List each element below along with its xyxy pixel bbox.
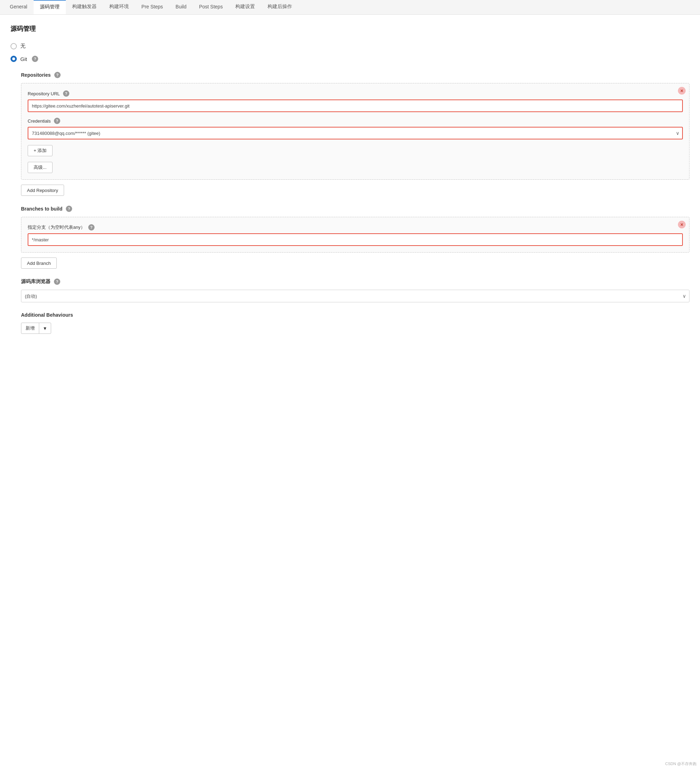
repo-url-help-icon[interactable]: ? xyxy=(63,91,70,97)
credentials-select[interactable]: 731480088@qq.com/****** (gitee) xyxy=(27,127,683,139)
git-section: Repositories ? × Repository URL ? Creden… xyxy=(11,72,689,334)
repo-url-label: Repository URL ? xyxy=(27,91,683,97)
repositories-help-icon[interactable]: ? xyxy=(54,72,61,78)
repository-container: × Repository URL ? Credentials ? 731480 xyxy=(21,83,689,180)
add-branch-wrapper: Add Branch xyxy=(21,257,689,269)
repository-close-button[interactable]: × xyxy=(678,87,685,95)
advanced-button[interactable]: 高级... xyxy=(27,162,53,173)
branches-section-label: Branches to build ? xyxy=(21,205,689,212)
repo-url-field-group: Repository URL ? xyxy=(27,91,683,112)
tab-poststeps[interactable]: Post Steps xyxy=(192,0,229,15)
source-browser-select-wrapper: (自动) ∨ xyxy=(21,290,689,302)
branches-section: Branches to build ? × 指定分支（为空时代表any） ? A… xyxy=(21,205,689,269)
close-icon: × xyxy=(681,88,683,94)
add-branch-button[interactable]: Add Branch xyxy=(21,257,57,269)
branch-specifier-label-text: 指定分支（为空时代表any） xyxy=(27,224,85,231)
git-help-icon[interactable]: ? xyxy=(32,56,38,62)
new-button-main[interactable]: 新增 xyxy=(21,323,39,333)
new-button-arrow[interactable]: ▼ xyxy=(39,323,51,333)
add-credentials-button[interactable]: + 添加 xyxy=(27,145,53,156)
radio-group: 无 Git ? xyxy=(11,43,689,62)
branches-help-icon[interactable]: ? xyxy=(66,205,72,212)
branch-specifier-help-icon[interactable]: ? xyxy=(88,224,95,231)
credentials-label: Credentials ? xyxy=(27,118,683,124)
tab-settings[interactable]: 构建设置 xyxy=(229,0,261,15)
branch-container: × 指定分支（为空时代表any） ? xyxy=(21,217,689,252)
tab-general[interactable]: General xyxy=(3,0,34,15)
tab-presteps[interactable]: Pre Steps xyxy=(135,0,169,15)
additional-behaviours-label: Additional Behaviours xyxy=(21,312,689,318)
watermark: CSDN @不存奔跑 xyxy=(665,761,697,767)
add-credentials-wrapper: + 添加 xyxy=(27,145,683,156)
radio-git-circle[interactable] xyxy=(11,56,17,62)
branches-label-text: Branches to build xyxy=(21,206,62,212)
credentials-field-group: Credentials ? 731480088@qq.com/****** (g… xyxy=(27,118,683,139)
source-browser-label-text: 源码库浏览器 xyxy=(21,278,50,285)
additional-behaviours-label-text: Additional Behaviours xyxy=(21,312,73,318)
additional-behaviours-section: Additional Behaviours 新增 ▼ xyxy=(21,312,689,334)
tab-bar: General 源码管理 构建触发器 构建环境 Pre Steps Build … xyxy=(0,0,700,15)
radio-none-label: 无 xyxy=(20,43,26,49)
branch-specifier-input[interactable] xyxy=(27,233,683,246)
source-browser-section: 源码库浏览器 ? (自动) ∨ xyxy=(21,278,689,302)
credentials-select-wrapper: 731480088@qq.com/****** (gitee) ∨ xyxy=(27,127,683,139)
source-browser-select[interactable]: (自动) xyxy=(21,290,689,302)
radio-none-circle[interactable] xyxy=(11,43,17,49)
new-dropdown-arrow-icon: ▼ xyxy=(43,326,47,331)
add-repository-wrapper: Add Repository xyxy=(21,184,689,196)
source-browser-section-label: 源码库浏览器 ? xyxy=(21,278,689,285)
main-content: 源码管理 无 Git ? Repositories ? × xyxy=(0,15,700,770)
new-button-group[interactable]: 新增 ▼ xyxy=(21,323,51,334)
branch-close-button[interactable]: × xyxy=(678,221,685,228)
tab-env[interactable]: 构建环境 xyxy=(103,0,135,15)
repo-url-input[interactable] xyxy=(27,99,683,112)
page-title: 源码管理 xyxy=(11,24,689,33)
tab-postbuild[interactable]: 构建后操作 xyxy=(261,0,298,15)
repositories-label-text: Repositories xyxy=(21,72,51,78)
radio-none[interactable]: 无 xyxy=(11,43,689,49)
credentials-label-text: Credentials xyxy=(27,118,51,124)
tab-triggers[interactable]: 构建触发器 xyxy=(66,0,103,15)
source-browser-help-icon[interactable]: ? xyxy=(54,278,60,285)
credentials-help-icon[interactable]: ? xyxy=(54,118,60,124)
branch-specifier-label: 指定分支（为空时代表any） ? xyxy=(27,224,683,231)
radio-git-label: Git xyxy=(20,56,27,62)
radio-git[interactable]: Git ? xyxy=(11,56,689,62)
branch-close-icon: × xyxy=(681,222,683,227)
tab-source[interactable]: 源码管理 xyxy=(34,0,66,15)
advanced-wrapper: 高级... xyxy=(27,162,683,173)
tab-build[interactable]: Build xyxy=(169,0,192,15)
repositories-section-label: Repositories ? xyxy=(21,72,689,78)
repo-url-label-text: Repository URL xyxy=(27,91,60,96)
add-repository-button[interactable]: Add Repository xyxy=(21,184,64,196)
